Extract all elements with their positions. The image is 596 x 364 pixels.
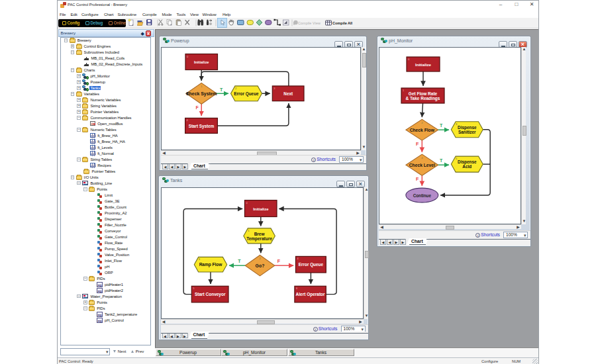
svg-text:Start Conveyor: Start Conveyor <box>195 292 226 297</box>
svg-text:Initialize: Initialize <box>415 62 431 66</box>
svg-text:Start System: Start System <box>188 123 214 128</box>
svg-text:Acid: Acid <box>462 164 472 169</box>
svg-text:Temperature: Temperature <box>246 236 272 242</box>
svg-text:Next: Next <box>283 91 293 95</box>
svg-text:T: T <box>220 87 223 92</box>
svg-text:T: T <box>439 158 442 163</box>
svg-text:Sanitizer: Sanitizer <box>458 129 475 134</box>
svg-text:Check Level: Check Level <box>409 162 434 167</box>
svg-text:T: T <box>439 123 442 128</box>
svg-text:Ramp Flow: Ramp Flow <box>199 262 223 267</box>
svg-text:T: T <box>238 259 241 263</box>
svg-text:Check Flow: Check Flow <box>409 127 434 132</box>
svg-text:Get Flow Rate: Get Flow Rate <box>408 91 437 95</box>
svg-text:Error Queue: Error Queue <box>234 91 259 97</box>
svg-text:Continue: Continue <box>413 193 431 197</box>
svg-text:F: F <box>277 259 281 263</box>
svg-text:F: F <box>416 176 419 181</box>
svg-text:Error Queue: Error Queue <box>299 262 324 267</box>
svg-text:Initialize: Initialize <box>253 207 269 211</box>
svg-text:Brew: Brew <box>254 232 266 236</box>
svg-text:& Take Readings: & Take Readings <box>405 95 440 101</box>
svg-text:Initialize: Initialize <box>193 60 208 64</box>
svg-text:F: F <box>195 105 199 109</box>
svg-text:F: F <box>416 142 419 146</box>
svg-text:Check System: Check System <box>185 91 217 97</box>
svg-text:Alert Operator: Alert Operator <box>296 292 326 297</box>
svg-text:Go?: Go? <box>256 263 265 268</box>
